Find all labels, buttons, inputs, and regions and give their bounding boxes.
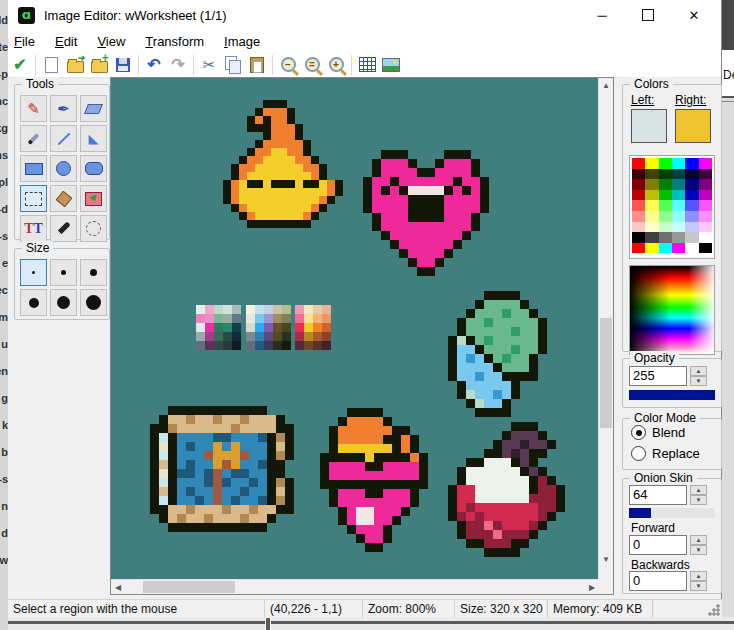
- palette-color-cell[interactable]: [672, 200, 685, 211]
- palette-color-cell[interactable]: [645, 232, 658, 243]
- palette-color-cell[interactable]: [659, 179, 672, 190]
- opacity-value[interactable]: 255: [629, 366, 687, 386]
- opacity-up-icon[interactable]: ▲: [690, 366, 707, 376]
- forward-up-icon[interactable]: ▲: [690, 535, 707, 545]
- onion-down-icon[interactable]: ▼: [690, 495, 707, 505]
- toolbar-image-button[interactable]: [379, 54, 403, 76]
- palette-color-cell[interactable]: [645, 169, 658, 180]
- toolbar-accept-button[interactable]: ✔: [8, 54, 32, 76]
- gradient-picker[interactable]: [629, 265, 715, 355]
- palette-color-cell[interactable]: [699, 243, 712, 254]
- palette-color-cell[interactable]: [672, 232, 685, 243]
- forward-down-icon[interactable]: ▼: [690, 545, 707, 555]
- toolbar-undo-button[interactable]: ↶: [142, 54, 166, 76]
- picker-tool[interactable]: [20, 125, 47, 152]
- palette-color-cell[interactable]: [645, 222, 658, 233]
- backwards-value[interactable]: 0: [629, 571, 687, 591]
- toolbar-open-button[interactable]: [63, 54, 87, 76]
- palette-color-cell[interactable]: [645, 200, 658, 211]
- toolbar-save-button[interactable]: [111, 54, 135, 76]
- palette-color-cell[interactable]: [632, 222, 645, 233]
- palette-color-cell[interactable]: [699, 222, 712, 233]
- left-color-swatch[interactable]: [631, 109, 667, 143]
- stamp-tool[interactable]: [80, 185, 107, 212]
- palette-color-cell[interactable]: [672, 169, 685, 180]
- palette-color-cell[interactable]: [632, 158, 645, 169]
- palette-color-cell[interactable]: [699, 190, 712, 201]
- palette-color-cell[interactable]: [699, 200, 712, 211]
- vertical-scrollbar-thumb[interactable]: [600, 318, 612, 428]
- palette-color-cell[interactable]: [632, 232, 645, 243]
- palette-color-cell[interactable]: [672, 190, 685, 201]
- right-color-swatch[interactable]: [675, 109, 711, 143]
- palette-color-cell[interactable]: [699, 169, 712, 180]
- drawing-canvas[interactable]: [111, 78, 599, 580]
- palette-color-cell[interactable]: [659, 169, 672, 180]
- toolbar-paste-button[interactable]: [245, 54, 269, 76]
- brush-size-2-button[interactable]: [50, 259, 77, 286]
- toolbar-new-button[interactable]: [39, 54, 63, 76]
- scroll-left-icon[interactable]: ◀: [111, 580, 125, 594]
- toolbar-copy-button[interactable]: [221, 54, 245, 76]
- palette-color-cell[interactable]: [645, 179, 658, 190]
- palette-color-cell[interactable]: [659, 200, 672, 211]
- horizontal-scrollbar[interactable]: ◀ ▶: [111, 579, 599, 594]
- rounded-rect-tool[interactable]: [80, 155, 107, 182]
- palette-color-cell[interactable]: [685, 158, 698, 169]
- menu-view[interactable]: View: [87, 32, 135, 51]
- palette-color-cell[interactable]: [672, 243, 685, 254]
- palette-color-cell[interactable]: [632, 200, 645, 211]
- rect-tool[interactable]: [20, 155, 47, 182]
- backwards-up-icon[interactable]: ▲: [690, 571, 707, 581]
- opacity-down-icon[interactable]: ▼: [690, 376, 707, 386]
- palette-color-cell[interactable]: [685, 243, 698, 254]
- palette-color-cell[interactable]: [672, 158, 685, 169]
- scroll-down-icon[interactable]: ▼: [599, 552, 613, 566]
- blend-radio-row[interactable]: Blend: [631, 425, 685, 440]
- horizontal-scrollbar-thumb[interactable]: [143, 581, 235, 593]
- palette-color-cell[interactable]: [659, 243, 672, 254]
- forward-value[interactable]: 0: [629, 535, 687, 555]
- palette-color-cell[interactable]: [699, 179, 712, 190]
- palette-color-cell[interactable]: [699, 158, 712, 169]
- palette-color-cell[interactable]: [672, 211, 685, 222]
- scroll-up-icon[interactable]: ▲: [599, 78, 613, 92]
- menu-image[interactable]: Image: [214, 32, 270, 51]
- toolbar-cut-button[interactable]: ✂: [197, 54, 221, 76]
- palette-color-cell[interactable]: [685, 179, 698, 190]
- brush-size-5-button[interactable]: [50, 289, 77, 316]
- palette-color-cell[interactable]: [659, 190, 672, 201]
- eraser-tool[interactable]: [80, 95, 107, 122]
- palette-color-cell[interactable]: [685, 211, 698, 222]
- palette-color-cell[interactable]: [685, 169, 698, 180]
- toolbar-grid-button[interactable]: [355, 54, 379, 76]
- palette-color-cell[interactable]: [685, 200, 698, 211]
- onion-up-icon[interactable]: ▲: [690, 485, 707, 495]
- replace-radio[interactable]: [631, 446, 646, 461]
- toolbar-zoom-reset-button[interactable]: =: [300, 54, 324, 76]
- menu-edit[interactable]: Edit: [45, 32, 87, 51]
- brush-size-1-button[interactable]: [20, 259, 47, 286]
- palette-color-cell[interactable]: [645, 190, 658, 201]
- titlebar[interactable]: Image Editor: wWorksheet (1/1) ─ ✕: [8, 0, 721, 30]
- pen-tool[interactable]: [50, 95, 77, 122]
- palette-color-cell[interactable]: [699, 211, 712, 222]
- blend-radio[interactable]: [631, 425, 646, 440]
- palette-color-cell[interactable]: [685, 190, 698, 201]
- palette-color-cell[interactable]: [645, 243, 658, 254]
- curve-tool[interactable]: [80, 125, 107, 152]
- ellipse-tool[interactable]: [50, 155, 77, 182]
- minimize-button[interactable]: ─: [579, 0, 625, 30]
- menu-transform[interactable]: Transform: [135, 32, 214, 51]
- backwards-down-icon[interactable]: ▼: [690, 581, 707, 591]
- palette-color-cell[interactable]: [672, 179, 685, 190]
- toolbar-redo-button[interactable]: ↷: [166, 54, 190, 76]
- palette-color-cell[interactable]: [659, 211, 672, 222]
- line-tool[interactable]: [50, 125, 77, 152]
- palette-color-cell[interactable]: [632, 243, 645, 254]
- palette-color-cell[interactable]: [685, 222, 698, 233]
- replace-radio-row[interactable]: Replace: [631, 446, 700, 461]
- toolbar-zoom-in-button[interactable]: +: [324, 54, 348, 76]
- toolbar-open-plus-button[interactable]: [87, 54, 111, 76]
- scroll-right-icon[interactable]: ▶: [585, 580, 599, 594]
